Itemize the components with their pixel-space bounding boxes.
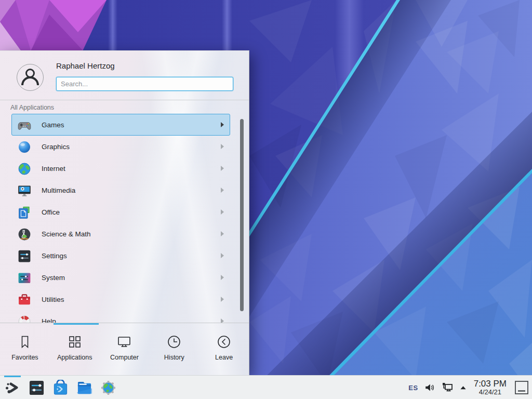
tray-expander-icon[interactable] xyxy=(459,384,467,392)
utilities-icon xyxy=(17,292,32,307)
chevron-right-icon xyxy=(221,231,224,236)
system-tray: ES 7:03 PM 4/24/21 xyxy=(408,376,529,399)
kickoff-launcher-icon xyxy=(4,379,21,396)
launcher-tab-bar: Favorites Applications xyxy=(0,323,249,375)
tab-favorites[interactable]: Favorites xyxy=(0,323,50,375)
category-label: Settings xyxy=(42,252,67,260)
chevron-right-icon xyxy=(221,297,224,302)
graphics-icon xyxy=(17,140,32,154)
search-input[interactable] xyxy=(56,77,233,91)
show-desktop-button[interactable] xyxy=(514,380,529,395)
kickoff-launcher-button[interactable] xyxy=(4,379,21,396)
chevron-right-icon xyxy=(221,188,224,193)
category-row-games[interactable]: Games xyxy=(11,114,230,136)
tab-label: Leave xyxy=(215,354,233,361)
category-row-multimedia[interactable]: Multimedia xyxy=(11,179,230,201)
clock-date: 4/24/21 xyxy=(474,389,507,396)
taskbar-panel: ES 7:03 PM 4/24/21 xyxy=(0,375,532,399)
user-name: Raphael Hertzog xyxy=(56,61,115,70)
tab-label: Favorites xyxy=(11,354,38,361)
tab-label: Computer xyxy=(110,354,139,361)
category-label: Science & Math xyxy=(42,230,91,238)
chevron-right-icon xyxy=(221,122,224,127)
tab-history[interactable]: History xyxy=(149,323,199,375)
launcher-header: Raphael Hertzog xyxy=(0,51,249,100)
active-tab-indicator xyxy=(54,323,99,325)
scrollbar[interactable] xyxy=(240,119,244,311)
office-icon xyxy=(17,205,32,220)
browser-globe-button[interactable] xyxy=(100,379,116,396)
system-settings-button[interactable] xyxy=(28,379,45,396)
category-label: Multimedia xyxy=(42,187,75,194)
category-row-utilities[interactable]: Utilities xyxy=(11,288,230,310)
help-icon xyxy=(17,314,32,323)
chevron-right-icon xyxy=(221,209,224,215)
network-icon[interactable] xyxy=(441,381,454,394)
category-label: Office xyxy=(42,208,60,216)
category-row-system[interactable]: System xyxy=(11,267,230,288)
category-row-settings[interactable]: Settings xyxy=(11,245,230,267)
chevron-right-icon xyxy=(221,166,224,171)
chevron-right-icon xyxy=(221,144,224,149)
category-label: Help xyxy=(42,317,56,323)
chevron-right-icon xyxy=(221,275,224,280)
user-avatar[interactable] xyxy=(17,64,44,91)
multimedia-icon xyxy=(17,183,32,198)
tab-label: History xyxy=(164,354,184,361)
tab-computer[interactable]: Computer xyxy=(100,323,150,375)
system-settings-icon xyxy=(29,380,45,396)
discover-button[interactable] xyxy=(52,379,69,396)
games-icon xyxy=(17,118,32,132)
system-icon xyxy=(17,271,32,285)
applications-icon xyxy=(67,334,83,350)
tab-applications[interactable]: Applications xyxy=(50,323,100,375)
category-label: Graphics xyxy=(42,143,70,151)
section-label: All Applications xyxy=(10,104,54,111)
volume-icon[interactable] xyxy=(424,382,435,393)
discover-icon xyxy=(52,380,69,396)
taskbar-launchers xyxy=(4,376,116,399)
clock-time: 7:03 PM xyxy=(474,379,507,389)
computer-icon xyxy=(116,334,132,350)
chevron-right-icon xyxy=(221,253,224,258)
category-list: Games Graphics xyxy=(0,114,249,323)
chevron-right-icon xyxy=(221,318,224,323)
category-row-office[interactable]: Office xyxy=(11,201,230,223)
internet-icon xyxy=(17,162,32,176)
category-label: Internet xyxy=(42,165,65,172)
category-row-internet[interactable]: Internet xyxy=(11,157,230,179)
category-row-science[interactable]: Science & Math xyxy=(11,223,230,245)
category-label: Utilities xyxy=(42,296,64,303)
science-icon xyxy=(17,227,32,242)
browser-globe-icon xyxy=(100,380,116,396)
user-icon xyxy=(17,64,43,90)
favorites-icon xyxy=(17,334,33,350)
desktop: Raphael Hertzog All Applications Games xyxy=(0,0,532,399)
category-label: Games xyxy=(42,121,64,129)
history-icon xyxy=(166,334,182,350)
file-manager-button[interactable] xyxy=(76,379,92,396)
category-row-help[interactable]: Help xyxy=(11,310,230,323)
category-label: System xyxy=(42,274,65,282)
settings-icon xyxy=(17,249,32,263)
tab-leave[interactable]: Leave xyxy=(199,323,249,375)
tab-label: Applications xyxy=(57,354,92,361)
keyboard-layout-indicator[interactable]: ES xyxy=(408,384,418,392)
file-manager-icon xyxy=(76,380,92,396)
application-launcher-menu: Raphael Hertzog All Applications Games xyxy=(0,50,249,375)
category-row-graphics[interactable]: Graphics xyxy=(11,136,230,157)
leave-icon xyxy=(216,334,232,350)
digital-clock[interactable]: 7:03 PM 4/24/21 xyxy=(473,379,508,396)
